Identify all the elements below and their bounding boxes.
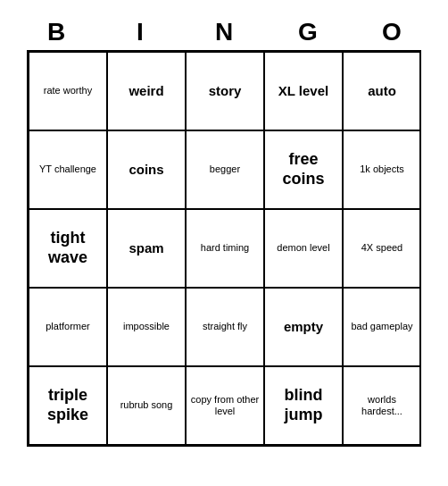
bingo-cell: bad gameplay <box>343 288 421 366</box>
bingo-header <box>14 0 434 11</box>
bingo-cell: straight fly <box>186 288 264 366</box>
bingo-cell: impossible <box>107 288 186 366</box>
bingo-cell: XL level <box>264 52 343 130</box>
bingo-cell: 4X speed <box>343 209 421 288</box>
bingo-cell: empty <box>264 288 343 366</box>
bingo-cell: auto <box>343 52 421 130</box>
bingo-cell: hard timing <box>186 209 264 288</box>
bingo-cell: 1k objects <box>343 130 421 209</box>
bingo-cell: blind jump <box>264 366 343 445</box>
bingo-cell: triple spike <box>29 366 107 445</box>
bingo-letter: G <box>269 18 347 46</box>
bingo-cell: spam <box>107 209 186 288</box>
bingo-cell: coins <box>107 130 186 209</box>
bingo-cell: free coins <box>264 130 343 209</box>
bingo-letters: BINGO <box>14 11 434 50</box>
bingo-cell: begger <box>186 130 264 209</box>
bingo-letter: I <box>101 18 179 46</box>
bingo-cell: platformer <box>29 288 107 366</box>
bingo-cell: copy from other level <box>186 366 264 445</box>
bingo-grid: rate worthyweirdstoryXL levelautoYT chal… <box>27 50 421 447</box>
bingo-cell: worlds hardest... <box>343 366 421 445</box>
bingo-letter: B <box>17 18 95 46</box>
bingo-cell: tight wave <box>29 209 107 288</box>
bingo-cell: demon level <box>264 209 343 288</box>
bingo-letter: N <box>185 18 263 46</box>
bingo-cell: YT challenge <box>29 130 107 209</box>
bingo-cell: story <box>186 52 264 130</box>
bingo-letter: O <box>353 18 431 46</box>
bingo-cell: weird <box>107 52 186 130</box>
bingo-cell: rate worthy <box>29 52 107 130</box>
bingo-cell: rubrub song <box>107 366 186 445</box>
